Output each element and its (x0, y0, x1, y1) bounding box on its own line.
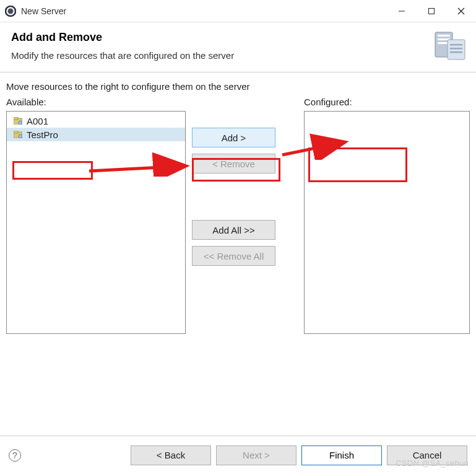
page-description: Modify the resources that are configured… (11, 50, 465, 61)
configured-label: Configured: (304, 97, 470, 107)
svg-point-19 (19, 134, 22, 138)
svg-rect-18 (14, 131, 18, 133)
list-item[interactable]: A001 (7, 114, 185, 128)
server-banner-icon (431, 29, 470, 64)
finish-button[interactable]: Finish (301, 445, 382, 465)
window-controls (387, 0, 476, 22)
list-item-label: A001 (27, 116, 48, 126)
close-button[interactable] (446, 0, 476, 22)
next-button: Next > (216, 445, 296, 465)
svg-rect-10 (448, 40, 465, 59)
titlebar: New Server (0, 0, 476, 22)
configured-listbox[interactable] (304, 111, 470, 334)
available-column: Available: A001 TestPro (6, 97, 186, 334)
help-icon-label: ? (12, 450, 17, 460)
minimize-button[interactable] (387, 0, 417, 22)
body-area: Move resources to the right to configure… (0, 72, 476, 340)
svg-rect-3 (429, 9, 435, 14)
configured-column: Configured: (282, 97, 470, 334)
available-listbox[interactable]: A001 TestPro (6, 111, 186, 334)
window-title: New Server (21, 6, 66, 16)
add-button[interactable]: Add > (192, 128, 275, 147)
svg-rect-11 (450, 44, 462, 46)
svg-rect-15 (14, 117, 18, 120)
remove-button: < Remove (192, 154, 275, 173)
svg-rect-12 (450, 48, 462, 50)
wizard-header: Add and Remove Modify the resources that… (0, 22, 476, 72)
project-icon (13, 116, 23, 125)
remove-all-button: << Remove All (192, 246, 275, 266)
svg-point-16 (19, 121, 22, 125)
svg-rect-13 (450, 51, 462, 53)
project-icon (13, 130, 23, 139)
eclipse-icon (5, 6, 16, 17)
back-button[interactable]: < Back (131, 445, 211, 465)
page-title: Add and Remove (11, 31, 465, 44)
transfer-buttons: Add > < Remove Add All >> << Remove All (186, 97, 282, 334)
cancel-button[interactable]: Cancel (387, 445, 467, 465)
add-all-button[interactable]: Add All >> (192, 220, 275, 240)
wizard-footer: ? < Back Next > Finish Cancel (0, 436, 476, 474)
maximize-button[interactable] (417, 0, 446, 22)
list-item[interactable]: TestPro (7, 128, 185, 141)
svg-point-1 (8, 8, 14, 14)
help-button[interactable]: ? (9, 449, 21, 462)
svg-rect-7 (438, 35, 450, 37)
list-item-label: TestPro (27, 129, 58, 140)
instruction-text: Move resources to the right to configure… (6, 81, 470, 92)
available-label: Available: (6, 97, 186, 107)
